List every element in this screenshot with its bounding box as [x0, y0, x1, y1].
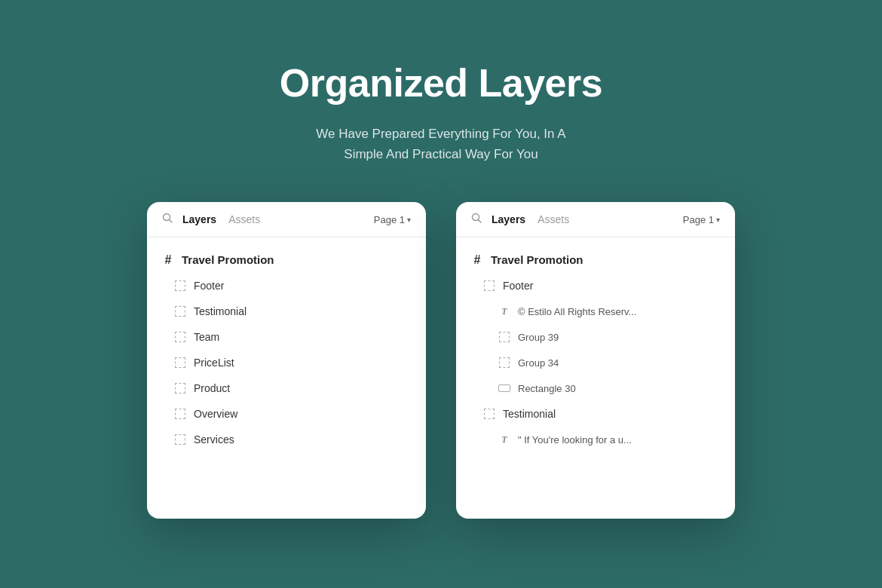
dashed-square-icon	[174, 305, 186, 317]
layer-name: Footer	[503, 280, 533, 292]
page-label-right[interactable]: Page 1 ▾	[683, 214, 720, 225]
layer-name: Group 34	[518, 357, 559, 369]
page-label-left[interactable]: Page 1 ▾	[374, 214, 411, 225]
list-item[interactable]: Footer	[456, 273, 735, 299]
dashed-square-icon	[174, 433, 186, 446]
tab-assets-right[interactable]: Assets	[537, 213, 569, 225]
list-item[interactable]: Group 39	[456, 324, 735, 350]
hero-subtitle: We Have Prepared Everything For You, In …	[280, 124, 602, 164]
dashed-square-icon	[174, 357, 186, 369]
layer-name: Testimonial	[503, 408, 556, 420]
list-item[interactable]: T " If You're looking for a u...	[456, 427, 735, 452]
svg-line-3	[479, 220, 482, 223]
list-item[interactable]: Testimonial	[147, 299, 426, 324]
dashed-square-icon	[174, 280, 186, 292]
layer-name: Testimonial	[194, 305, 247, 317]
rect-icon	[498, 382, 510, 394]
panel-left-body: # Travel Promotion Footer Testimonial Te…	[147, 237, 426, 461]
hero-section: Organized Layers We Have Prepared Everyt…	[280, 0, 602, 202]
panel-right: Layers Assets Page 1 ▾ # Travel Promotio…	[456, 202, 735, 519]
list-item[interactable]: # Travel Promotion	[456, 247, 735, 273]
dashed-square-icon	[483, 408, 495, 420]
list-item[interactable]: Group 34	[456, 350, 735, 375]
search-icon[interactable]	[471, 213, 482, 226]
panel-right-body: # Travel Promotion Footer T © Estilo All…	[456, 237, 735, 461]
layer-name: Services	[194, 433, 234, 446]
dashed-square-icon	[498, 331, 510, 343]
layer-name: Team	[194, 331, 219, 343]
dashed-square-icon	[498, 357, 510, 369]
list-item[interactable]: Testimonial	[456, 401, 735, 427]
list-item[interactable]: T © Estilo All Rights Reserv...	[456, 299, 735, 324]
dashed-square-icon	[174, 408, 186, 420]
list-item[interactable]: Rectangle 30	[456, 375, 735, 401]
tab-layers-right[interactable]: Layers	[492, 213, 525, 225]
list-item[interactable]: PriceList	[147, 350, 426, 375]
chevron-down-icon: ▾	[716, 216, 720, 224]
dashed-square-icon	[174, 382, 186, 394]
tab-layers-left[interactable]: Layers	[182, 213, 216, 225]
layer-name: Travel Promotion	[491, 253, 583, 266]
list-item[interactable]: Team	[147, 324, 426, 350]
hero-title: Organized Layers	[280, 60, 602, 106]
layer-name: Rectangle 30	[518, 383, 576, 394]
svg-line-1	[170, 220, 173, 223]
layer-name: " If You're looking for a u...	[518, 434, 632, 446]
layer-name: Footer	[194, 280, 224, 292]
text-icon: T	[498, 305, 510, 317]
search-icon[interactable]	[162, 213, 173, 226]
layer-name: PriceList	[194, 357, 234, 369]
list-item[interactable]: # Travel Promotion	[147, 247, 426, 273]
layer-name: Overview	[194, 408, 237, 420]
dashed-square-icon	[174, 331, 186, 343]
panels-container: Layers Assets Page 1 ▾ # Travel Promotio…	[0, 202, 882, 519]
panel-left-header: Layers Assets Page 1 ▾	[147, 202, 426, 237]
tab-assets-left[interactable]: Assets	[228, 213, 260, 225]
list-item[interactable]: Footer	[147, 273, 426, 299]
layer-name: Group 39	[518, 332, 559, 343]
layer-name: © Estilo All Rights Reserv...	[518, 306, 636, 317]
layer-name: Product	[194, 382, 230, 394]
panel-left: Layers Assets Page 1 ▾ # Travel Promotio…	[147, 202, 426, 519]
chevron-down-icon: ▾	[407, 216, 411, 224]
list-item[interactable]: Services	[147, 427, 426, 452]
dashed-square-icon	[483, 280, 495, 292]
text-icon: T	[498, 433, 510, 446]
hash-icon: #	[162, 254, 174, 266]
list-item[interactable]: Overview	[147, 401, 426, 427]
layer-name: Travel Promotion	[182, 253, 274, 266]
panel-right-header: Layers Assets Page 1 ▾	[456, 202, 735, 237]
list-item[interactable]: Product	[147, 375, 426, 401]
hash-icon: #	[471, 254, 483, 266]
